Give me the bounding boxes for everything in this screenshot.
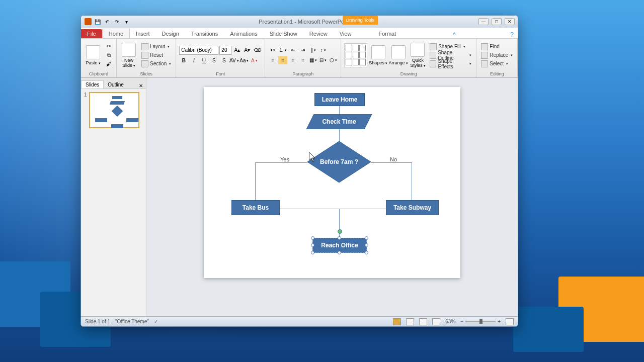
bullets-icon[interactable]: • — [268, 46, 277, 54]
tab-animations[interactable]: Animations — [224, 29, 263, 38]
tab-home[interactable]: Home — [102, 29, 130, 38]
tab-insert[interactable]: Insert — [130, 29, 156, 38]
resize-handle[interactable] — [365, 236, 368, 240]
change-case-icon[interactable]: Aa — [239, 57, 249, 65]
tab-design[interactable]: Design — [156, 29, 185, 38]
panel-tab-outline[interactable]: Outline — [104, 81, 128, 88]
clear-format-icon[interactable]: ⌫ — [253, 46, 262, 54]
text-direction-icon[interactable]: ↕ — [318, 46, 328, 54]
zoom-level[interactable]: 63% — [445, 319, 455, 324]
new-slide-button[interactable]: New Slide — [120, 42, 138, 68]
shape-reach-office[interactable]: Reach Office — [312, 238, 367, 253]
resize-handle[interactable] — [365, 243, 368, 247]
zoom-in-icon[interactable]: + — [498, 319, 501, 324]
tab-format[interactable]: Format — [372, 29, 402, 38]
reset-button[interactable]: Reset — [140, 51, 173, 59]
connector[interactable] — [255, 162, 256, 201]
cut-icon[interactable]: ✂ — [104, 42, 113, 50]
maximize-button[interactable]: □ — [492, 18, 502, 25]
italic-icon[interactable]: I — [189, 57, 198, 65]
numbering-icon[interactable]: 1. — [278, 46, 287, 54]
help-icon[interactable]: ? — [506, 31, 518, 38]
resize-handle[interactable] — [311, 243, 314, 247]
font-size-combo[interactable]: 20 — [219, 46, 231, 55]
slide-canvas[interactable]: Leave Home Check Time Before 7am ? Yes N… — [146, 78, 518, 316]
slide[interactable]: Leave Home Check Time Before 7am ? Yes N… — [204, 87, 460, 278]
group-clipboard-label: Clipboard — [84, 70, 113, 76]
section-button[interactable]: Section — [140, 60, 173, 67]
decrease-indent-icon[interactable]: ⇤ — [288, 46, 297, 54]
slide-thumbnail[interactable]: 1 — [84, 92, 143, 128]
ribbon-minimize-icon[interactable]: ^ — [449, 31, 460, 38]
paste-button[interactable]: Paste — [84, 42, 102, 68]
resize-handle[interactable] — [365, 251, 368, 254]
view-sorter-icon[interactable] — [406, 318, 414, 325]
resize-handle[interactable] — [338, 236, 341, 240]
align-center-icon[interactable]: ≡ — [278, 56, 287, 64]
shape-check-time[interactable]: Check Time — [306, 114, 372, 129]
fit-window-icon[interactable] — [506, 318, 514, 325]
shape-effects-button[interactable]: Shape Effects — [428, 60, 473, 67]
shadow-icon[interactable]: S — [219, 57, 228, 65]
bold-icon[interactable]: B — [179, 57, 188, 65]
line-spacing-icon[interactable]: ‖ — [308, 46, 317, 54]
font-name-combo[interactable]: Calibri (Body) — [179, 46, 218, 55]
quick-styles-button[interactable]: Quick Styles — [410, 42, 427, 68]
copy-icon[interactable]: ⧉ — [104, 51, 113, 59]
connector[interactable] — [339, 105, 340, 114]
panel-tab-slides[interactable]: Slides — [81, 80, 104, 88]
shape-decision[interactable]: Before 7am ? — [307, 141, 371, 183]
find-button[interactable]: Find — [479, 43, 514, 50]
close-button[interactable]: ✕ — [505, 18, 515, 25]
redo-icon[interactable]: ↷ — [113, 18, 121, 26]
shape-take-subway[interactable]: Take Subway — [386, 200, 439, 215]
format-painter-icon[interactable]: 🖌 — [104, 60, 113, 68]
tab-review[interactable]: Review — [303, 29, 334, 38]
select-button[interactable]: Select — [479, 60, 514, 67]
panel-close-icon[interactable]: ✕ — [136, 83, 146, 88]
resize-handle[interactable] — [338, 251, 341, 254]
titlebar[interactable]: 💾 ↶ ↷ ▾ Presentation1 - Microsoft PowerP… — [81, 16, 518, 28]
font-color-icon[interactable]: A — [250, 57, 259, 65]
shapes-button[interactable]: Shapes — [369, 42, 387, 68]
connector[interactable] — [412, 162, 412, 201]
columns-icon[interactable]: ▦ — [308, 56, 317, 64]
resize-handle[interactable] — [311, 251, 314, 254]
shrink-font-icon[interactable]: A▾ — [243, 46, 252, 54]
tab-transitions[interactable]: Transitions — [185, 29, 224, 38]
minimize-button[interactable]: — — [478, 18, 489, 25]
shape-take-bus[interactable]: Take Bus — [231, 200, 280, 215]
qat-dropdown-icon[interactable]: ▾ — [122, 18, 130, 26]
resize-handle[interactable] — [311, 236, 314, 240]
smartart-icon[interactable]: ⬡ — [329, 56, 338, 64]
zoom-out-icon[interactable]: − — [460, 319, 463, 324]
shape-leave-home[interactable]: Leave Home — [314, 93, 365, 106]
tab-view[interactable]: View — [334, 29, 358, 38]
underline-icon[interactable]: U — [199, 57, 208, 65]
replace-button[interactable]: Replace — [479, 51, 514, 59]
save-icon[interactable]: 💾 — [94, 18, 102, 26]
view-reading-icon[interactable] — [419, 318, 427, 325]
align-right-icon[interactable]: ≡ — [288, 56, 297, 64]
tab-slideshow[interactable]: Slide Show — [264, 29, 303, 38]
connector[interactable] — [339, 128, 340, 142]
rotate-handle[interactable] — [338, 229, 342, 234]
arrange-button[interactable]: Arrange — [389, 42, 408, 68]
char-spacing-icon[interactable]: AV — [229, 57, 238, 65]
align-text-icon[interactable]: ⊟ — [318, 56, 328, 64]
view-normal-icon[interactable] — [393, 318, 401, 325]
layout-button[interactable]: Layout — [140, 43, 173, 50]
connector[interactable] — [255, 162, 307, 163]
grow-font-icon[interactable]: A▴ — [232, 46, 242, 54]
connector[interactable] — [371, 162, 412, 163]
view-slideshow-icon[interactable] — [432, 318, 440, 325]
increase-indent-icon[interactable]: ⇥ — [298, 46, 307, 54]
justify-icon[interactable]: ≡ — [298, 56, 307, 64]
undo-icon[interactable]: ↶ — [103, 18, 111, 26]
strike-icon[interactable]: S — [209, 57, 218, 65]
shapes-gallery[interactable] — [344, 43, 367, 67]
tab-file[interactable]: File — [81, 29, 102, 38]
align-left-icon[interactable]: ≡ — [268, 56, 277, 64]
zoom-slider[interactable] — [465, 321, 496, 322]
spellcheck-icon[interactable]: ✓ — [154, 319, 158, 324]
